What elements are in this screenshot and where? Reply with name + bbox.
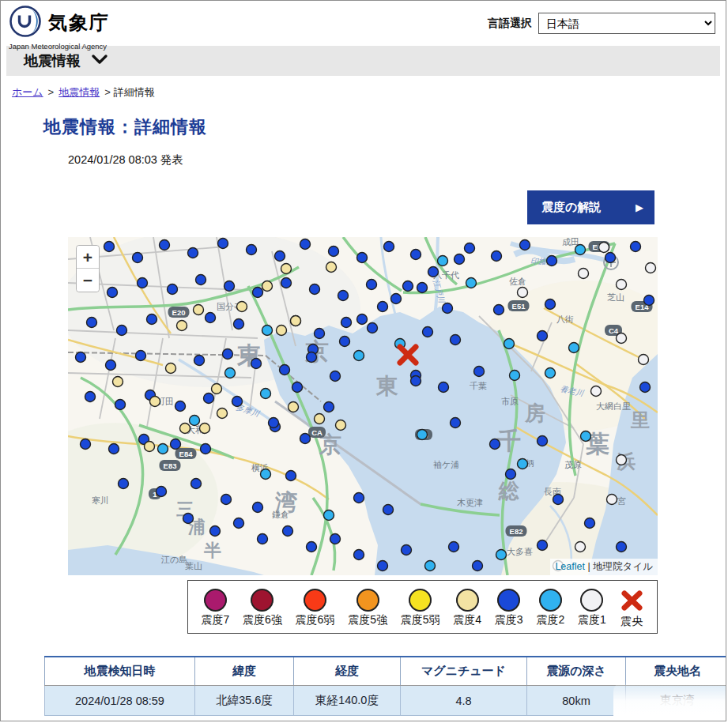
- intensity-dot: [518, 459, 528, 469]
- intensity-dot: [520, 240, 530, 250]
- legend-label: 震度2: [536, 613, 564, 627]
- intensity-explanation-button[interactable]: 震度の解説 ▶: [527, 190, 654, 224]
- intensity-dot: [180, 424, 190, 434]
- table-cell: 4.8: [401, 686, 527, 716]
- intensity-dot: [218, 239, 228, 249]
- jma-logo-icon: [9, 5, 42, 41]
- intensity-dot: [357, 314, 368, 325]
- intensity-dot: [545, 299, 556, 310]
- intensity-color-icon: [356, 589, 379, 612]
- intensity-dot: [575, 542, 586, 552]
- intensity-dot: [206, 313, 216, 323]
- road-shield-label: E84: [179, 450, 194, 458]
- road-shield: E82: [506, 525, 527, 537]
- intensity-dot: [108, 288, 118, 298]
- intensity-dot: [262, 326, 273, 336]
- map-town-label: 鎌倉: [272, 510, 289, 519]
- intensity-dot: [237, 302, 247, 312]
- breadcrumb-home-link[interactable]: ホーム: [12, 86, 43, 98]
- intensity-dot: [234, 518, 244, 529]
- intensity-dot: [277, 326, 287, 336]
- intensity-dot: [191, 479, 202, 489]
- table-header-cell: 地震検知日時: [45, 657, 195, 686]
- intensity-dot: [338, 291, 349, 301]
- leaflet-link[interactable]: Leaflet: [555, 561, 585, 572]
- intensity-dot: [617, 542, 627, 552]
- header: 気象庁 Japan Meteorological Agency 言語選択 日本語: [1, 1, 726, 46]
- intensity-dot: [194, 305, 204, 315]
- earthquake-info-menu[interactable]: 地震情報: [6, 46, 720, 76]
- legend-item: 震度3: [495, 589, 523, 627]
- intensity-dot: [326, 262, 337, 273]
- language-select-label: 言語選択: [488, 17, 532, 31]
- map-place-label: 里: [630, 409, 650, 431]
- intensity-dot: [315, 414, 325, 424]
- intensity-dot: [147, 314, 157, 325]
- map-zoom-control: + −: [76, 245, 100, 292]
- road-shield: E20: [168, 307, 190, 318]
- intensity-dot: [76, 352, 86, 363]
- intensity-dot: [367, 280, 377, 290]
- legend-item: 震度5弱: [401, 589, 440, 627]
- road-shield: E83: [160, 460, 181, 471]
- map[interactable]: 東京東京湾千葉房総里浜三浦半成田佐倉八街芝山八千代国分寺町田大和鎌倉江の島葉山茂…: [68, 237, 658, 575]
- intensity-color-icon: [497, 589, 520, 612]
- intensity-color-icon: [409, 589, 432, 612]
- road-shield-label: E20: [172, 308, 186, 317]
- intensity-dot: [300, 434, 311, 444]
- intensity-dot: [291, 316, 301, 326]
- intensity-dot: [160, 240, 170, 250]
- map-attribution: Leaflet | 地理院タイル: [550, 559, 658, 575]
- zoom-out-button[interactable]: −: [77, 269, 99, 292]
- legend-label: 震度6弱: [296, 613, 335, 627]
- intensity-dot: [204, 394, 214, 404]
- intensity-dot: [411, 250, 421, 260]
- intensity-dot: [417, 283, 428, 293]
- breadcrumb: ホーム>地震情報>詳細情報: [10, 85, 726, 100]
- breadcrumb-earthquake-link[interactable]: 地震情報: [58, 86, 100, 98]
- agency-subtitle: Japan Meteorological Agency: [9, 42, 110, 51]
- intensity-dot: [466, 278, 477, 288]
- intensity-dot: [575, 245, 586, 255]
- intensity-dot: [547, 256, 557, 266]
- road-shield: E84: [175, 448, 197, 459]
- legend-label: 震度7: [201, 613, 229, 627]
- legend-item: 震度1: [578, 589, 606, 627]
- intensity-color-icon: [580, 589, 603, 612]
- intensity-dot: [307, 542, 317, 552]
- intensity-dot: [253, 288, 263, 298]
- intensity-dot: [175, 401, 186, 412]
- intensity-dot: [579, 269, 589, 279]
- intensity-dot: [605, 253, 616, 263]
- intensity-dot: [617, 455, 627, 465]
- tiles-credit: 地理院タイル: [593, 561, 653, 572]
- intensity-dot: [403, 281, 413, 292]
- road-shield: E51: [508, 300, 530, 311]
- legend-label: 震度6強: [243, 613, 282, 627]
- intensity-dot: [510, 371, 520, 381]
- intensity-dot: [188, 248, 198, 258]
- table-header-cell: 震源の深さ: [527, 657, 626, 686]
- intensity-dot: [474, 367, 485, 377]
- map-town-label: 八街: [556, 314, 574, 324]
- intensity-dot: [496, 550, 507, 560]
- legend-label: 震度4: [453, 613, 481, 627]
- map-town-label: 木更津: [457, 498, 483, 507]
- intensity-dot: [428, 267, 439, 277]
- intensity-dot: [300, 239, 311, 250]
- intensity-dot: [85, 392, 96, 402]
- intensity-dot: [518, 288, 528, 298]
- intensity-dot: [281, 264, 292, 274]
- language-select[interactable]: 日本語: [538, 13, 715, 34]
- map-town-label: 芝山: [607, 292, 624, 302]
- intensity-dot: [465, 243, 475, 254]
- legend-item: 震度6弱: [296, 589, 335, 627]
- zoom-in-button[interactable]: +: [77, 246, 99, 269]
- intensity-dot: [223, 349, 233, 360]
- intensity-dot: [286, 471, 296, 481]
- map-town-label: 寒川: [92, 495, 109, 505]
- intensity-dot: [247, 245, 257, 255]
- road-shield-label: E51: [512, 302, 526, 311]
- road-shield-label: CA: [311, 428, 323, 437]
- intensity-dot: [87, 318, 97, 328]
